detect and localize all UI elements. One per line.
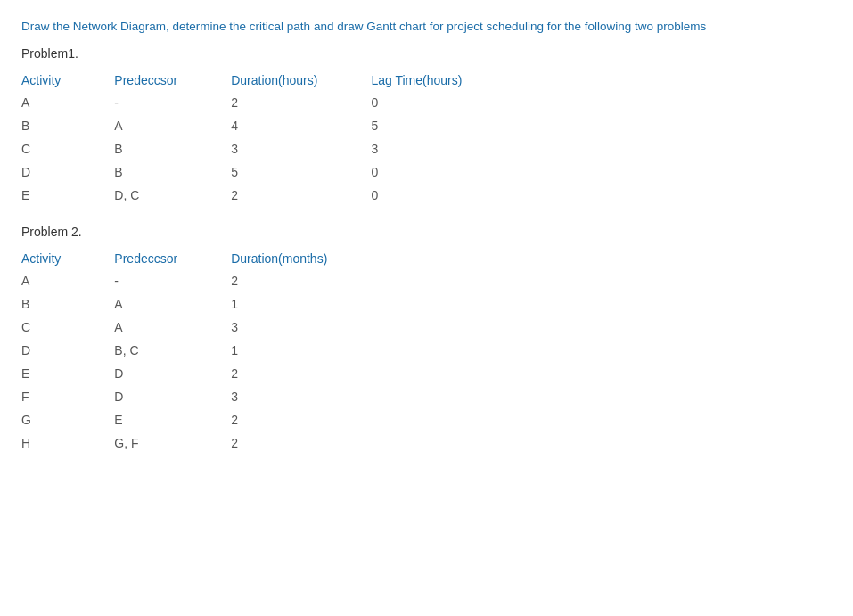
problem1-title: Problem1.	[21, 46, 832, 61]
table-cell: A	[114, 292, 231, 316]
table-cell: B, C	[114, 339, 231, 362]
table-row: GE2	[21, 408, 381, 431]
table-cell: -	[114, 269, 231, 292]
table-cell: A	[21, 91, 114, 114]
table-cell: 0	[371, 91, 515, 114]
table-cell: A	[114, 114, 231, 137]
table-cell: 3	[231, 385, 381, 408]
table-row: FD3	[21, 385, 381, 408]
table-cell: E	[114, 408, 231, 431]
table-cell: 5	[231, 160, 371, 184]
table-cell: 2	[231, 408, 381, 431]
table-cell: G, F	[114, 431, 231, 455]
table-row: CA3	[21, 316, 381, 339]
table-cell: B	[21, 292, 114, 316]
table-cell: D	[114, 385, 231, 408]
table-cell: 1	[231, 339, 381, 362]
table-cell: D	[21, 160, 114, 184]
table-row: A-20	[21, 91, 515, 114]
table-row: BA45	[21, 114, 515, 137]
table-row: DB, C1	[21, 339, 381, 362]
table-cell: 0	[371, 160, 515, 184]
table-header: Predeccsor	[114, 248, 231, 269]
table-cell: A	[114, 316, 231, 339]
table-cell: D, C	[114, 184, 231, 207]
table-row: A-2	[21, 269, 381, 292]
table-header: Duration(months)	[231, 248, 381, 269]
table-cell: B	[21, 114, 114, 137]
table-cell: 3	[231, 137, 371, 160]
table-cell: C	[21, 137, 114, 160]
table-cell: 1	[231, 292, 381, 316]
table-cell: B	[114, 160, 231, 184]
table-header: Activity	[21, 248, 114, 269]
table-row: HG, F2	[21, 431, 381, 455]
table-cell: E	[21, 184, 114, 207]
table-row: ED, C20	[21, 184, 515, 207]
table-header: Lag Time(hours)	[371, 70, 515, 91]
table-cell: 2	[231, 184, 371, 207]
table-cell: E	[21, 362, 114, 385]
table-cell: 2	[231, 362, 381, 385]
table-row: CB33	[21, 137, 515, 160]
table-cell: A	[21, 269, 114, 292]
table-row: DB50	[21, 160, 515, 184]
table-header: Activity	[21, 70, 114, 91]
problem2-table: ActivityPredeccsorDuration(months) A-2BA…	[21, 248, 381, 455]
table-header: Duration(hours)	[231, 70, 371, 91]
problem1-table: ActivityPredeccsorDuration(hours)Lag Tim…	[21, 70, 515, 207]
table-cell: C	[21, 316, 114, 339]
table-cell: F	[21, 385, 114, 408]
table-cell: 3	[231, 316, 381, 339]
table-cell: 2	[231, 431, 381, 455]
table-cell: G	[21, 408, 114, 431]
table-header: Predeccsor	[114, 70, 231, 91]
table-cell: 2	[231, 91, 371, 114]
table-cell: 4	[231, 114, 371, 137]
instruction-text: Draw the Network Diagram, determine the …	[21, 18, 832, 36]
table-cell: 2	[231, 269, 381, 292]
table-cell: D	[114, 362, 231, 385]
problem2-title: Problem 2.	[21, 225, 832, 239]
table-cell: -	[114, 91, 231, 114]
table-cell: 0	[371, 184, 515, 207]
table-row: BA1	[21, 292, 381, 316]
table-cell: 5	[371, 114, 515, 137]
table-row: ED2	[21, 362, 381, 385]
table-cell: D	[21, 339, 114, 362]
table-cell: H	[21, 431, 114, 455]
table-cell: 3	[371, 137, 515, 160]
table-cell: B	[114, 137, 231, 160]
